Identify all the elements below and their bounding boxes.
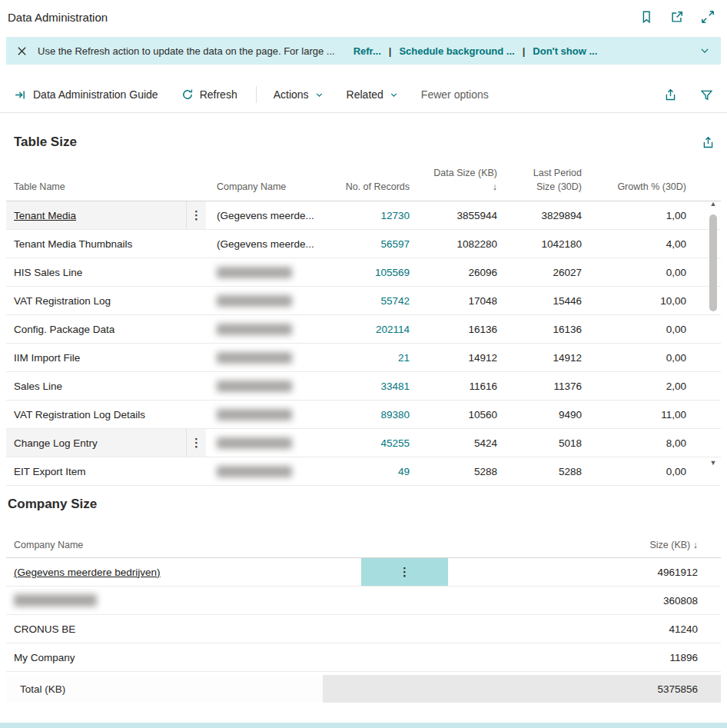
chevron-down-icon[interactable] [699,45,710,56]
total-value: 5375856 [657,683,698,695]
data-administration-guide-button[interactable]: Data Administration Guide [14,88,158,101]
filter-icon[interactable] [700,88,713,101]
table-name-cell[interactable]: EIT Export Item [6,457,206,485]
separator: | [523,45,526,57]
chevron-down-icon [315,91,324,99]
company-name-cell: (Gegevens meerde... [206,201,332,229]
table-row[interactable]: EIT Export Item49528852880,00 [6,457,721,486]
open-in-window-icon[interactable] [670,10,684,24]
table-row[interactable]: VAT Registration Log55742170481544610,00 [6,287,721,315]
growth-value: 11,00 [582,401,686,428]
column-header-data-size[interactable]: Data Size (KB) ↓ [410,167,497,194]
company-row[interactable]: CRONUS BE41240 [6,615,721,643]
company-name-text: CRONUS BE [14,623,75,635]
table-name-text[interactable]: Tenant Media [14,210,76,221]
data-size-value: 11616 [410,372,497,400]
table-name-text: Config. Package Data [14,324,115,335]
no-of-records-link[interactable]: 89380 [332,401,410,428]
column-header-size-kb[interactable]: Size (KB) ↓ [649,540,698,550]
no-of-records-link[interactable]: 45255 [332,429,410,457]
data-size-value: 5424 [410,429,497,457]
no-of-records-link[interactable]: 55742 [332,287,410,314]
table-name-cell[interactable]: Change Log Entry⋮ [6,429,206,457]
data-size-value: 1082280 [410,230,497,258]
no-of-records-link[interactable]: 33481 [332,372,410,400]
table-row[interactable]: Tenant Media Thumbnails(Gegevens meerde.… [6,230,721,258]
last-period-size-value: 1042180 [497,230,582,258]
table-name-cell[interactable]: VAT Registration Log [6,287,206,314]
data-size-value: 14912 [410,344,497,371]
redacted-company-name [217,324,292,335]
company-name-text: (Gegevens meerde... [217,210,314,221]
no-of-records-link[interactable]: 56597 [332,230,410,258]
refresh-now-link[interactable]: Refr... [354,45,381,57]
size-kb-value: 360808 [663,595,698,607]
table-row[interactable]: Tenant Media⋮(Gegevens meerde...12730385… [6,201,721,230]
table-name-cell[interactable]: Tenant Media⋮ [6,201,206,229]
company-row[interactable]: My Company11896 [6,643,721,672]
scrollbar-thumb[interactable] [709,214,717,311]
chevron-down-icon [390,91,398,99]
growth-value: 0,00 [582,315,686,343]
last-period-size-value: 5288 [497,457,582,485]
column-header-company-name[interactable]: Company Name [206,181,332,194]
column-header-last-period-size[interactable]: Last Period Size (30D) [497,167,582,194]
table-name-cell[interactable]: Tenant Media Thumbnails [6,230,206,258]
redacted-company-name [217,352,292,364]
table-name-cell[interactable]: IIM Import File [6,344,206,371]
table-row[interactable]: IIM Import File2114912149120,00 [6,344,721,372]
no-of-records-link[interactable]: 21 [332,344,410,371]
schedule-background-link[interactable]: Schedule background ... [399,45,514,57]
last-period-size-value: 3829894 [497,201,582,229]
expand-icon[interactable] [701,10,715,24]
row-menu-icon[interactable]: ⋮ [186,429,206,457]
bottom-scroll-strip[interactable] [0,723,727,728]
bookmark-icon[interactable] [639,10,653,24]
scroll-down-icon[interactable]: ▼ [710,458,717,467]
actions-menu-button[interactable]: Actions [274,88,324,101]
column-header-growth[interactable]: Growth % (30D) [582,181,686,194]
last-period-size-value: 26027 [497,258,582,286]
no-of-records-link[interactable]: 49 [332,457,410,485]
table-name-cell[interactable]: HIS Sales Line [6,258,206,286]
no-of-records-link[interactable]: 12730 [332,201,410,229]
table-name-cell[interactable]: Sales Line [6,372,206,400]
table-row[interactable]: VAT Registration Log Details893801056094… [6,401,721,429]
growth-value: 2,00 [582,372,686,400]
table-row[interactable]: Sales Line3348111616113762,00 [6,372,721,401]
table-name-cell[interactable]: Config. Package Data [6,315,206,343]
no-of-records-link[interactable]: 202114 [332,315,410,343]
row-menu-icon[interactable]: ⋮ [186,201,206,229]
last-period-size-value: 5018 [497,429,582,457]
no-of-records-link[interactable]: 105569 [332,258,410,286]
data-size-value: 3855944 [410,201,497,229]
company-row[interactable]: (Gegevens meerdere bedrijven)⋮4961912 [6,558,721,587]
scrollbar-track[interactable] [707,208,719,458]
table-name-text: HIS Sales Line [14,267,82,278]
close-icon[interactable] [17,46,27,56]
column-header-company-name[interactable]: Company Name [14,540,83,550]
related-menu-button[interactable]: Related [347,88,398,101]
vertical-scrollbar[interactable]: ▲ ▼ [707,199,719,467]
redacted-company-name [217,437,292,449]
company-row[interactable]: 360808 [6,587,721,615]
company-name-text[interactable]: (Gegevens meerdere bedrijven) [14,567,161,578]
guide-icon [14,88,27,101]
company-size-header-row: Company Name Size (KB) ↓ [6,532,721,558]
table-name-cell[interactable]: VAT Registration Log Details [6,401,206,428]
column-header-table-name[interactable]: Table Name [6,181,206,194]
share-icon[interactable] [664,88,677,101]
company-name-cell [206,287,332,314]
refresh-button[interactable]: Refresh [181,88,237,101]
growth-value: 0,00 [582,258,686,286]
share-icon[interactable] [702,136,715,149]
redacted-company-name [217,381,292,392]
column-header-no-of-records[interactable]: No. of Records [332,181,410,194]
dont-show-again-link[interactable]: Don't show ... [533,45,597,57]
fewer-options-button[interactable]: Fewer options [421,88,489,101]
selected-cell-menu-icon[interactable]: ⋮ [361,558,448,586]
table-row[interactable]: Config. Package Data20211416136161360,00 [6,315,721,344]
scroll-up-icon[interactable]: ▲ [710,199,717,208]
table-row[interactable]: HIS Sales Line10556926096260270,00 [6,258,721,287]
table-row[interactable]: Change Log Entry⋮45255542450188,00 [6,429,721,457]
